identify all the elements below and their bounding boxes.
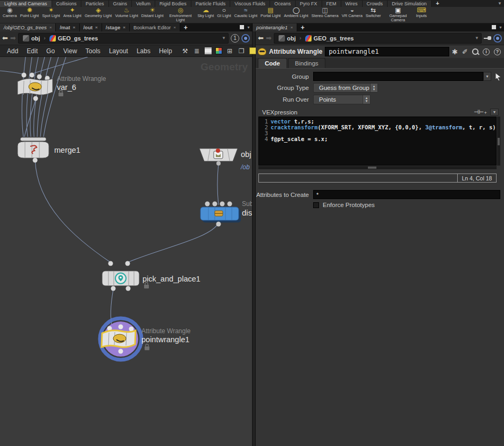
shelf-tab-crowds[interactable]: Crowds (363, 1, 388, 7)
tool-camera[interactable]: ◉Camera (1, 7, 19, 23)
breadcrumb-geo-gs-trees[interactable]: GEO_gs_trees (47, 35, 100, 42)
node-name-input[interactable]: pointwrangle1 (325, 47, 449, 56)
shelf-tab-pyro-fx[interactable]: Pyro FX (296, 1, 322, 7)
tool-gamepad-camera[interactable]: ▣Gamepad Camera (383, 7, 414, 23)
select-group-arrow-icon[interactable] (494, 72, 502, 81)
network-path-field[interactable]: obj › GEO_gs_trees ▼ (18, 33, 229, 44)
pane-maximize-icon[interactable] (492, 25, 496, 29)
tool-caustic-light[interactable]: ≈Caustic Light (233, 7, 259, 23)
group-dropdown-caret[interactable]: ▼ (483, 72, 491, 81)
node-var6[interactable]: Attribute Wrangle var_6 (18, 73, 106, 101)
pane-tab-obj-geo-gs-trees[interactable]: /obj/GEO_gs_trees× (0, 23, 56, 31)
enforce-prototypes-checkbox[interactable] (313, 202, 319, 208)
tool-spot-light[interactable]: ✶Spot Light (40, 7, 62, 23)
node-object-merge[interactable]: obj /ob (199, 148, 251, 171)
close-icon[interactable]: × (95, 25, 98, 30)
back-arrow-icon[interactable]: ⬅ (258, 35, 264, 42)
menu-add[interactable]: Add (3, 46, 22, 56)
radial-menu-icon[interactable] (241, 34, 250, 43)
tool-area-light[interactable]: ✦Area Light (62, 7, 83, 23)
shelf-tab-add-button[interactable]: + (432, 0, 443, 7)
search-icon[interactable] (472, 48, 478, 55)
attributes-to-create-input[interactable]: * (313, 190, 500, 199)
close-icon[interactable]: × (73, 25, 75, 30)
breadcrumb-obj[interactable]: obj (276, 35, 298, 42)
shelf-tab-rigid-bodies[interactable]: Rigid Bodies (155, 1, 191, 7)
shelf-tab-fem[interactable]: FEM (322, 1, 341, 7)
path-dropdown-caret[interactable]: ▼ (222, 36, 226, 40)
node-disp[interactable]: Sub disp (200, 200, 252, 227)
menu-tools[interactable]: Tools (82, 46, 104, 56)
group-input[interactable] (313, 72, 483, 81)
shelf-tab-grains[interactable]: Grains (109, 1, 132, 7)
help-icon[interactable]: ? (494, 48, 501, 55)
tool-environment-light[interactable]: ◎Environment Light (165, 7, 196, 23)
pane-maximize-icon[interactable] (240, 25, 244, 29)
shelf-tab-wires[interactable]: Wires (341, 1, 363, 7)
vexpression-menu-caret[interactable]: ▼ (490, 109, 499, 115)
tool-portal-light[interactable]: ▤Portal Light (259, 7, 282, 23)
code-horizontal-scrollbar[interactable] (258, 166, 497, 169)
add-pane-tab-button[interactable]: + (180, 23, 191, 31)
run-over-select[interactable]: Points▲▼ (313, 95, 371, 104)
pane-tab-pointwrangle1[interactable]: pointwrangle1× (253, 23, 297, 31)
pane-menu-caret[interactable]: ▼ (247, 26, 250, 29)
shelf-tab-particles[interactable]: Particles (81, 1, 109, 7)
tool-point-light[interactable]: ✺Point Light (19, 7, 40, 23)
tree-view-icon[interactable]: ≣ (193, 47, 201, 55)
radial-menu-icon[interactable] (493, 34, 502, 43)
close-icon[interactable]: × (49, 25, 52, 30)
breadcrumb-geo-gs-trees[interactable]: GEO_gs_trees (303, 35, 356, 42)
close-icon[interactable]: × (123, 25, 125, 30)
pane-tab-mat[interactable]: /mat× (56, 23, 79, 31)
shelf-tab-drive-simulation[interactable]: Drive Simulation (388, 1, 432, 7)
node-merge1[interactable]: merge1 (18, 137, 80, 163)
shelf-tab-viscous-fluids[interactable]: Viscous Fluids (230, 1, 270, 7)
brush-icon[interactable]: ✐ (462, 48, 468, 56)
pane-tab-stage[interactable]: /stage× (102, 23, 130, 31)
tool-stereo-camera[interactable]: ◫Stereo Camera (310, 7, 340, 23)
layout-windows-icon[interactable]: ❐ (238, 47, 246, 55)
color-palette-icon[interactable] (215, 47, 222, 54)
customize-tools-icon[interactable]: ⚒ (181, 47, 189, 55)
node-pick-and-place1[interactable]: pick_and_place1 (102, 261, 200, 291)
menu-edit[interactable]: Edit (23, 46, 41, 56)
tab-bindings[interactable]: Bindings (288, 58, 325, 68)
close-icon[interactable]: × (290, 25, 293, 30)
tool-distant-light[interactable]: ☀Distant Light (140, 7, 165, 23)
snapshot-badge[interactable]: 1 (231, 34, 239, 43)
tool-vr-camera[interactable]: ◒VR Camera (340, 7, 364, 23)
menu-help[interactable]: Help (155, 46, 176, 56)
menu-go[interactable]: Go (43, 46, 58, 56)
pane-menu-caret[interactable]: ▼ (499, 26, 502, 29)
tool-ambient-light[interactable]: ◯Ambient Light (282, 7, 310, 23)
tool-volume-light[interactable]: ♨Volume Light (113, 7, 139, 23)
menu-labs[interactable]: Labs (133, 46, 154, 56)
menu-layout[interactable]: Layout (105, 46, 132, 56)
network-canvas[interactable]: Geometry (0, 57, 252, 446)
shape-palette-icon[interactable]: ⊞ (226, 47, 234, 55)
forward-arrow-icon[interactable]: ➡ (10, 35, 16, 42)
tool-gi-light[interactable]: ○GI Light (215, 7, 232, 23)
shelf-tab-lights-and-cameras[interactable]: Lights and Cameras (0, 1, 52, 7)
tool-geometry-light[interactable]: ◈Geometry Light (83, 7, 113, 23)
shelf-tab-particle-fluids[interactable]: Particle Fluids (191, 1, 231, 7)
breadcrumb-obj[interactable]: obj (21, 35, 43, 42)
sticky-note-icon[interactable] (249, 47, 256, 54)
shelf-tab-vellum[interactable]: Vellum (132, 1, 155, 7)
pin-icon[interactable] (484, 35, 491, 42)
shelf-overflow-caret[interactable]: ▼ (498, 1, 502, 6)
forward-arrow-icon[interactable]: ➡ (266, 35, 272, 42)
list-view-icon[interactable] (205, 47, 212, 54)
shelf-tab-oceans[interactable]: Oceans (270, 1, 296, 7)
tool-inputs[interactable]: ⌨Inputs (414, 7, 430, 23)
expand-editor-icon[interactable]: ⊣⊢₊ (474, 109, 487, 115)
shelf-tab-collisions[interactable]: Collisions (52, 1, 82, 7)
code-vertical-scrollbar[interactable] (497, 117, 500, 166)
back-arrow-icon[interactable]: ⬅ (2, 35, 8, 42)
pane-tab-out[interactable]: /out× (80, 23, 102, 31)
tab-code[interactable]: Code (258, 58, 287, 68)
gear-menu-icon[interactable]: ✱ (452, 48, 458, 56)
add-pane-tab-button[interactable]: + (297, 23, 308, 31)
vexpression-code-editor[interactable]: 1vector t,r,s; 2cracktransform(XFORM_SRT… (258, 117, 497, 166)
